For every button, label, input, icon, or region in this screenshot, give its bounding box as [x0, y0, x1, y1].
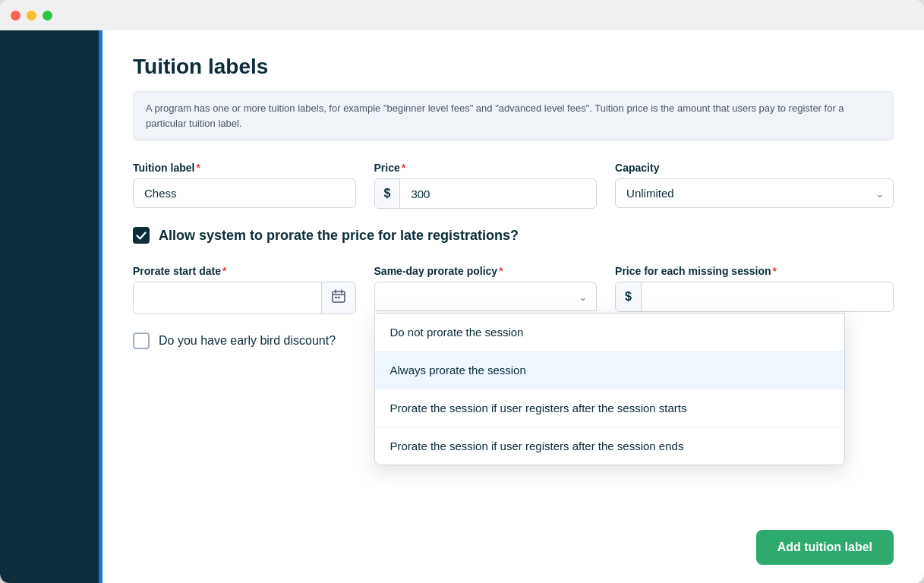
price-input[interactable] [400, 180, 596, 208]
prorate-fields-row: Prorate start date* [133, 265, 894, 314]
info-banner: A program has one or more tuition labels… [133, 91, 894, 140]
titlebar [0, 0, 924, 30]
dropdown-item-2[interactable]: Prorate the session if user registers af… [375, 389, 844, 427]
price-session-input-wrapper: $ [615, 282, 894, 312]
prorate-checkbox[interactable] [133, 227, 150, 244]
capacity-group: Capacity Unlimited 10 20 30 50 100 ⌄ [615, 162, 894, 208]
tuition-label-group: Tuition label* [133, 162, 356, 208]
same-day-group: Same-day prorate policy* Do not prorate … [374, 265, 598, 311]
main-content: Tuition labels A program has one or more… [102, 30, 924, 583]
price-input-wrapper: $ [374, 178, 598, 209]
form-row-1: Tuition label* Price* $ Capacity [133, 162, 894, 209]
price-symbol: $ [375, 179, 401, 208]
calendar-icon[interactable] [321, 282, 355, 314]
early-bird-label: Do you have early bird discount? [159, 334, 336, 348]
page-title: Tuition labels [133, 55, 894, 79]
price-group: Price* $ [374, 162, 598, 209]
start-date-label: Prorate start date* [133, 265, 356, 277]
dropdown-item-3[interactable]: Prorate the session if user registers af… [375, 427, 844, 465]
same-day-select[interactable]: Do not prorate the session Always prorat… [374, 282, 598, 311]
prorate-checkbox-label: Allow system to prorate the price for la… [159, 228, 519, 244]
close-btn[interactable] [11, 11, 20, 20]
same-day-dropdown-menu: Do not prorate the session Always prorat… [374, 313, 845, 465]
date-input-wrapper [133, 282, 356, 314]
app-window: Tuition labels A program has one or more… [0, 0, 924, 583]
info-text: A program has one or more tuition labels… [146, 102, 844, 129]
app-body: Tuition labels A program has one or more… [0, 30, 924, 583]
add-tuition-label-button[interactable]: Add tuition label [756, 530, 894, 565]
svg-rect-1 [335, 297, 337, 298]
start-date-group: Prorate start date* [133, 265, 356, 314]
dropdown-item-1[interactable]: Always prorate the session [375, 351, 844, 389]
same-day-label: Same-day prorate policy* [374, 265, 598, 277]
price-session-symbol: $ [616, 282, 642, 311]
required-star: * [196, 162, 200, 174]
price-label: Price* [374, 162, 598, 174]
price-session-input[interactable] [642, 283, 893, 311]
dropdown-item-0[interactable]: Do not prorate the session [375, 314, 844, 351]
price-session-group: Price for each missing session* $ [615, 265, 894, 312]
tuition-label-label: Tuition label* [133, 162, 356, 174]
capacity-label: Capacity [615, 162, 894, 174]
early-bird-checkbox[interactable] [133, 332, 150, 349]
price-session-label: Price for each missing session* [615, 265, 894, 277]
svg-rect-2 [338, 297, 340, 298]
start-date-input[interactable] [134, 284, 321, 312]
capacity-select[interactable]: Unlimited 10 20 30 50 100 [615, 178, 894, 208]
minimize-btn[interactable] [27, 11, 36, 20]
same-day-select-wrapper: Do not prorate the session Always prorat… [374, 282, 598, 311]
maximize-btn[interactable] [43, 11, 52, 20]
sidebar [0, 30, 99, 583]
capacity-select-wrapper: Unlimited 10 20 30 50 100 ⌄ [615, 178, 894, 208]
prorate-checkbox-row[interactable]: Allow system to prorate the price for la… [133, 227, 894, 244]
checkmark-icon [136, 232, 147, 240]
tuition-label-input[interactable] [133, 178, 356, 208]
